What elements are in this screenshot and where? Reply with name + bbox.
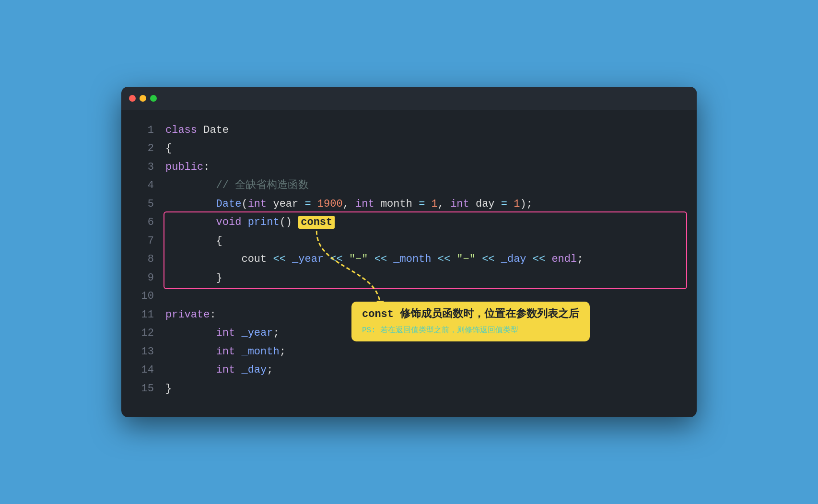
line-number: 10: [137, 287, 154, 306]
token: <<: [482, 253, 501, 265]
token: (: [241, 198, 247, 210]
token: endl: [551, 253, 577, 265]
code-line: 3public:: [137, 158, 681, 177]
code-line: 2{: [137, 140, 681, 158]
token: {: [165, 142, 172, 154]
token: _day: [501, 253, 533, 265]
line-number: 2: [137, 140, 154, 158]
code-line: 13 int _month;: [137, 343, 681, 362]
token: <<: [533, 253, 552, 265]
line-number: 1: [137, 121, 154, 140]
token: private: [165, 309, 210, 321]
line-content: int _day;: [165, 361, 681, 380]
line-content: Date(int year = 1900, int month = 1, int…: [165, 195, 681, 214]
token: "−": [456, 253, 482, 265]
token: =: [304, 198, 311, 210]
token: ,: [343, 198, 355, 210]
token: =: [419, 198, 425, 210]
code-line: 1class Date: [137, 121, 681, 140]
tooltip-bubble: const 修饰成员函数时，位置在参数列表之后PS: 若在返回值类型之前，则修饰…: [351, 302, 590, 341]
line-number: 15: [137, 380, 154, 399]
line-content: {: [165, 232, 681, 251]
line-content: }: [165, 380, 681, 399]
token: 1: [425, 198, 437, 210]
line-content: // 全缺省构造函数: [165, 176, 681, 195]
code-line: 15}: [137, 380, 681, 399]
token: class: [165, 124, 203, 136]
line-number: 3: [137, 158, 154, 177]
token: void: [165, 216, 248, 228]
token: {: [165, 235, 222, 247]
token: day: [476, 198, 501, 210]
token: <<: [374, 253, 394, 265]
code-window: 1class Date2{3public:4 // 全缺省构造函数5 Date(…: [121, 87, 697, 418]
token: int: [165, 327, 241, 339]
line-content: {: [165, 140, 681, 158]
token: :: [210, 309, 216, 321]
token: int: [248, 198, 273, 210]
token: year: [273, 198, 304, 210]
line-number: 6: [137, 213, 154, 232]
line-number: 4: [137, 176, 154, 195]
token: <<: [438, 253, 457, 265]
line-content: void print() const: [165, 213, 681, 232]
titlebar: [121, 87, 697, 110]
line-number: 14: [137, 361, 154, 380]
token: public: [165, 161, 203, 173]
token: int: [165, 364, 241, 376]
line-content: int _month;: [165, 343, 681, 362]
code-line: 4 // 全缺省构造函数: [137, 176, 681, 195]
line-content: }: [165, 269, 681, 288]
code-line: 5 Date(int year = 1900, int month = 1, i…: [137, 195, 681, 214]
token: ,: [438, 198, 450, 210]
token: ;: [280, 346, 286, 358]
token: =: [501, 198, 507, 210]
line-number: 11: [137, 306, 154, 325]
token: _month: [241, 346, 279, 358]
token: }: [165, 272, 222, 284]
token: <<: [273, 253, 292, 265]
token: int: [355, 198, 381, 210]
code-line: 7 {: [137, 232, 681, 251]
line-number: 12: [137, 324, 154, 343]
token: _year: [292, 253, 330, 265]
token: int: [450, 198, 476, 210]
code-line: 6 void print() const: [137, 213, 681, 232]
token: // 全缺省构造函数: [165, 179, 309, 191]
token: month: [381, 198, 419, 210]
token: (): [280, 216, 299, 228]
token: int: [165, 346, 241, 358]
token: 1: [507, 198, 520, 210]
minimize-button[interactable]: [140, 95, 146, 102]
token: ;: [267, 364, 273, 376]
token: 1900: [311, 198, 343, 210]
line-number: 7: [137, 232, 154, 251]
line-number: 9: [137, 269, 154, 288]
line-number: 13: [137, 343, 154, 362]
token: _month: [393, 253, 437, 265]
code-line: 14 int _day;: [137, 361, 681, 380]
code-area: 1class Date2{3public:4 // 全缺省构造函数5 Date(…: [121, 110, 697, 418]
code-line: 9 }: [137, 269, 681, 288]
line-content: public:: [165, 158, 681, 177]
token: ;: [577, 253, 583, 265]
token: <<: [330, 253, 349, 265]
const-highlight: const: [298, 216, 335, 229]
token: Date: [203, 124, 229, 136]
tooltip-main-text: const 修饰成员函数时，位置在参数列表之后: [362, 308, 579, 320]
line-content: class Date: [165, 121, 681, 140]
token: );: [520, 198, 532, 210]
token: ;: [273, 327, 279, 339]
code-line: 8 cout << _year << "−" << _month << "−" …: [137, 250, 681, 269]
token: print: [248, 216, 280, 228]
tooltip-ps-text: PS: 若在返回值类型之前，则修饰返回值类型: [362, 325, 579, 336]
line-number: 8: [137, 250, 154, 269]
close-button[interactable]: [129, 95, 136, 102]
maximize-button[interactable]: [150, 95, 157, 102]
token: Date: [165, 198, 241, 210]
line-number: 5: [137, 195, 154, 214]
token: _day: [241, 364, 267, 376]
line-content: cout << _year << "−" << _month << "−" <<…: [165, 250, 681, 269]
token: }: [165, 383, 172, 395]
token: :: [203, 161, 210, 173]
